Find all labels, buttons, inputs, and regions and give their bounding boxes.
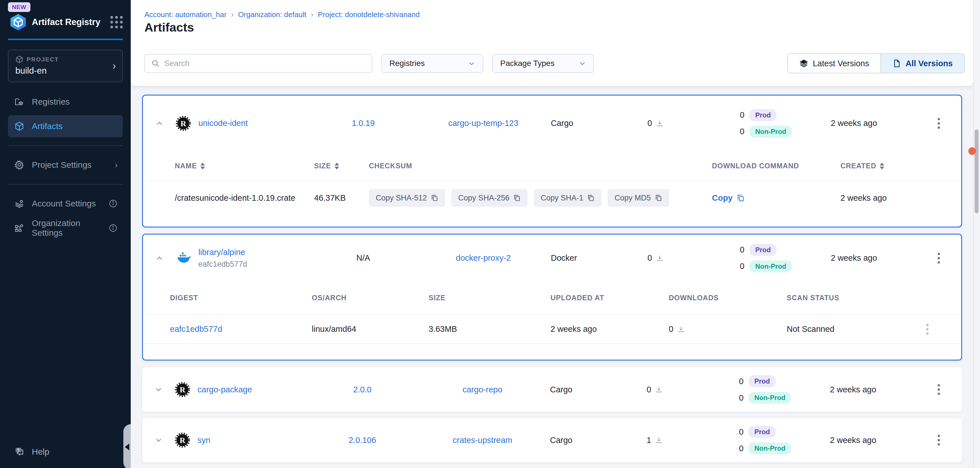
sort-icon[interactable] <box>200 162 205 169</box>
project-name: build-en <box>15 66 115 76</box>
project-selector[interactable]: PROJECT build-en › <box>8 50 123 82</box>
copy-md5-button[interactable]: Copy MD5 <box>608 189 669 207</box>
row-menu-button[interactable] <box>915 381 962 398</box>
digest-menu-button[interactable] <box>893 321 961 337</box>
sidebar-item-registries[interactable]: Registries <box>8 91 123 113</box>
artifact-row: library/alpine eafc1edb577d N/A docker-p… <box>143 234 961 282</box>
document-icon <box>892 59 901 68</box>
sidebar-item-label: Account Settings <box>32 199 101 209</box>
sort-icon[interactable] <box>880 162 884 169</box>
breadcrumb-project[interactable]: Project: donotdelete-shivanand <box>318 10 420 19</box>
help-button[interactable]: ? Help <box>14 446 49 457</box>
prod-count: 0 <box>740 110 745 120</box>
info-icon[interactable] <box>108 223 118 232</box>
copy-icon <box>655 194 662 202</box>
svg-text:?: ? <box>18 448 20 452</box>
sidebar-item-organization-settings[interactable]: Organization Settings <box>8 217 123 239</box>
row-menu-button[interactable] <box>916 250 961 266</box>
file-name: /cratesunicode-ident-1.0.19.crate <box>175 193 314 203</box>
breadcrumb: Account: automation_har › Organization: … <box>145 10 420 19</box>
artifact-card-syn: R syn 2.0.106 crates-upstream Cargo 1 0P… <box>142 418 962 462</box>
registries-dropdown[interactable]: Registries <box>382 54 483 73</box>
artifact-registry-link[interactable]: cargo-repo <box>415 385 550 394</box>
artifact-registry-link[interactable]: docker-proxy-2 <box>416 253 551 263</box>
breadcrumb-organization[interactable]: Organization: default <box>238 10 306 19</box>
column-header-size[interactable]: SIZE <box>314 162 369 170</box>
svg-text:R: R <box>180 385 186 394</box>
cargo-package-icon: R <box>175 433 197 448</box>
artifact-row: R cargo-package 2.0.0 cargo-repo Cargo 0… <box>142 367 962 412</box>
expand-row-button[interactable] <box>142 385 175 394</box>
package-type: Cargo <box>550 385 647 394</box>
divider <box>8 145 123 146</box>
column-header-uploaded-at: UPLOADED AT <box>550 294 669 302</box>
info-icon[interactable] <box>108 199 118 208</box>
column-header-download-command: DOWNLOAD COMMAND <box>712 162 840 170</box>
artifact-name-link[interactable]: syn <box>197 436 310 445</box>
package-types-dropdown[interactable]: Package Types <box>492 54 594 73</box>
updated-time: 2 weeks ago <box>831 119 916 128</box>
digest-link[interactable]: eafc1edb577d <box>170 325 312 334</box>
copy-sha1-button[interactable]: Copy SHA-1 <box>534 189 601 207</box>
downloads-count: 0 <box>648 119 652 128</box>
breadcrumb-account[interactable]: Account: automation_har <box>145 10 226 19</box>
artifacts-list: R unicode-ident 1.0.19 cargo-up-temp-123… <box>131 86 973 468</box>
prod-badge: Prod <box>749 426 776 438</box>
scrollbar-thumb[interactable] <box>975 129 978 213</box>
non-prod-badge: Non-Prod <box>749 392 791 404</box>
copy-download-command-button[interactable]: Copy <box>712 193 840 203</box>
downloads-count: 0 <box>647 385 651 394</box>
artifacts-cube-icon <box>14 121 24 131</box>
column-header-created[interactable]: CREATED <box>840 162 961 170</box>
column-header-name[interactable]: NAME <box>175 162 314 170</box>
artifact-card-cargo-package: R cargo-package 2.0.0 cargo-repo Cargo 0… <box>142 367 962 412</box>
artifact-version-link[interactable]: 2.0.106 <box>310 436 415 445</box>
artifact-name-link[interactable]: unicode-ident <box>198 119 311 128</box>
latest-versions-button[interactable]: Latest Versions <box>788 54 881 73</box>
artifact-name-link[interactable]: library/alpine <box>198 248 245 257</box>
sidebar-item-account-settings[interactable]: Account Settings <box>8 193 123 215</box>
collapse-row-button[interactable] <box>143 254 176 263</box>
non-prod-badge: Non-Prod <box>749 126 792 138</box>
artifact-registry-link[interactable]: crates-upstream <box>415 436 550 445</box>
artifact-version-link[interactable]: 1.0.19 <box>311 119 416 128</box>
notification-marker[interactable] <box>968 147 976 155</box>
prod-badge: Prod <box>749 109 776 121</box>
prod-count: 0 <box>739 427 743 437</box>
column-header-digest: DIGEST <box>170 294 312 302</box>
versions-toggle: Latest Versions All Versions <box>787 53 965 73</box>
artifact-name-link[interactable]: cargo-package <box>197 385 310 394</box>
breadcrumb-separator: › <box>311 10 313 19</box>
artifact-version-link[interactable]: 2.0.0 <box>310 385 415 394</box>
download-icon <box>656 255 663 262</box>
sidebar-item-label: Project Settings <box>32 160 107 170</box>
artifact-version: N/A <box>311 253 416 263</box>
row-menu-button[interactable] <box>916 115 961 132</box>
all-versions-button[interactable]: All Versions <box>881 54 964 73</box>
scrollbar-track[interactable] <box>973 0 980 468</box>
collapse-left-icon <box>125 444 129 450</box>
new-badge: NEW <box>8 2 30 12</box>
non-prod-badge: Non-Prod <box>749 443 791 454</box>
cargo-package-icon: R <box>176 116 198 131</box>
artifact-registry-link[interactable]: cargo-up-temp-123 <box>416 119 551 128</box>
search-box <box>145 54 372 73</box>
row-menu-button[interactable] <box>915 432 962 448</box>
app-grid-icon[interactable] <box>110 16 123 29</box>
sidebar-item-project-settings[interactable]: Project Settings › <box>8 154 123 176</box>
chevron-down-icon <box>468 60 475 67</box>
download-icon <box>655 386 662 393</box>
checksum-buttons: Copy SHA-512 Copy SHA-256 Copy SHA-1 Cop… <box>369 189 712 207</box>
copy-sha512-button[interactable]: Copy SHA-512 <box>369 189 445 207</box>
sort-icon[interactable] <box>334 162 339 169</box>
expand-row-button[interactable] <box>142 436 175 445</box>
prod-badge: Prod <box>749 375 776 387</box>
collapse-row-button[interactable] <box>143 119 176 128</box>
brand-accent-line <box>8 39 123 40</box>
artifact-card-unicode-ident: R unicode-ident 1.0.19 cargo-up-temp-123… <box>142 95 962 228</box>
sidebar-collapse-button[interactable] <box>123 424 131 468</box>
copy-sha256-button[interactable]: Copy SHA-256 <box>451 189 528 207</box>
sidebar-item-label: Organization Settings <box>32 218 101 238</box>
sidebar-item-artifacts[interactable]: Artifacts <box>8 115 123 137</box>
search-input[interactable] <box>164 59 366 68</box>
